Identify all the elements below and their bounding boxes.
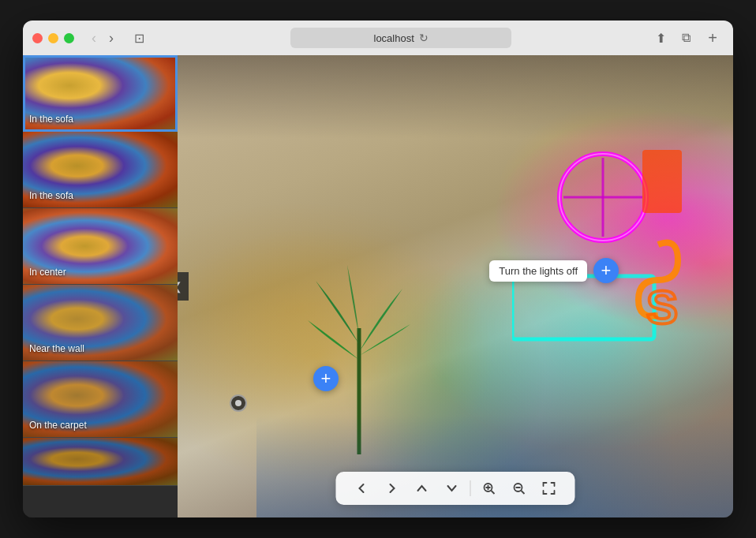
bottom-toolbar [336, 472, 575, 505]
hotspot-circle-inner [235, 400, 241, 406]
address-bar[interactable]: localhost ↻ [290, 28, 511, 48]
scene-background: S Turn the lights off [178, 55, 733, 517]
sidebar-item-center[interactable]: In center [23, 208, 178, 285]
svg-rect-4 [642, 150, 682, 213]
prev-icon [355, 481, 369, 495]
share-button[interactable]: ⬆ [651, 28, 671, 49]
sidebar-item-carpet[interactable]: On the carpet [23, 361, 178, 438]
next-icon [385, 481, 399, 495]
sidebar-item-sofa2[interactable]: In the sofa [23, 132, 178, 208]
zoom-out-icon [512, 481, 526, 495]
minimize-button[interactable] [48, 33, 58, 43]
tilt-down-button[interactable] [439, 478, 466, 499]
tilt-up-button[interactable] [409, 478, 436, 499]
sidebar-label-center: In center [29, 267, 66, 278]
hotspot-add-button[interactable]: + [593, 258, 619, 283]
hotspot-add-small[interactable]: + [313, 366, 339, 391]
traffic-lights [32, 33, 74, 43]
sidebar-label-sofa2: In the sofa [29, 190, 73, 201]
forward-button[interactable]: › [104, 29, 118, 47]
tilt-up-icon [415, 481, 429, 495]
sidebar-item-sofa1[interactable]: In the sofa [23, 55, 178, 132]
tab-toggle-button[interactable]: ⊡ [128, 28, 151, 49]
title-bar: ‹ › ⊡ localhost ↻ ⬆ ⧉ + [23, 21, 733, 55]
maximize-button[interactable] [64, 33, 74, 43]
content-area: In the sofa In the sofa In center Near t… [23, 55, 733, 517]
zoom-out-button[interactable] [506, 478, 533, 499]
expand-button[interactable]: ⧉ [677, 28, 695, 48]
sidebar: In the sofa In the sofa In center Near t… [23, 55, 178, 517]
sidebar-item-wall[interactable]: Near the wall [23, 285, 178, 361]
sidebar-item-extra[interactable] [23, 438, 178, 486]
address-bar-wrap: localhost ↻ [163, 28, 638, 48]
svg-rect-5 [512, 276, 654, 339]
tooltip-text: Turn the lights off [489, 260, 587, 282]
fullscreen-icon [542, 481, 556, 495]
hotspot-lights-off[interactable]: Turn the lights off + [489, 258, 619, 283]
thumbnail-extra [23, 438, 178, 485]
sidebar-label-sofa1: In the sofa [29, 114, 73, 125]
viewer-panel: ❮ S [178, 55, 733, 517]
new-tab-button[interactable]: + [702, 29, 724, 47]
back-button[interactable]: ‹ [87, 29, 101, 47]
close-button[interactable] [32, 33, 43, 43]
tilt-down-icon [445, 481, 459, 495]
nav-prev-button[interactable] [349, 478, 376, 499]
zoom-in-button[interactable] [476, 478, 503, 499]
toolbar-divider [470, 480, 471, 496]
collapse-sidebar-button[interactable]: ❮ [178, 272, 189, 301]
neon-art: S [512, 134, 686, 355]
svg-text:S: S [646, 281, 678, 334]
svg-line-9 [492, 491, 495, 494]
zoom-in-icon [482, 481, 496, 495]
nav-buttons: ‹ › [87, 29, 118, 47]
svg-line-13 [522, 491, 525, 494]
nav-next-button[interactable] [379, 478, 406, 499]
refresh-button[interactable]: ↻ [419, 32, 429, 44]
sidebar-label-wall: Near the wall [29, 343, 84, 354]
fullscreen-button[interactable] [536, 478, 563, 499]
sidebar-label-carpet: On the carpet [29, 420, 87, 431]
url-text: localhost [374, 32, 414, 44]
hotspot-circle[interactable] [230, 394, 247, 412]
mac-window: ‹ › ⊡ localhost ↻ ⬆ ⧉ + In the sofa In t… [23, 21, 733, 517]
